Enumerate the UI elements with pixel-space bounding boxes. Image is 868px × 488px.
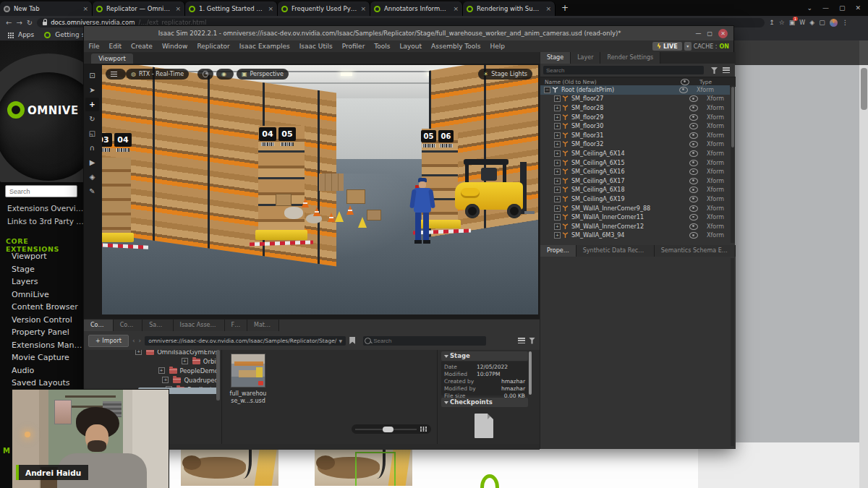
- stage-row[interactable]: +SM_floor27Xform: [540, 95, 730, 104]
- expand-toggle-icon[interactable]: +: [182, 358, 188, 364]
- stage-section-header[interactable]: Stage: [441, 351, 528, 361]
- sidebar-item-omnilive[interactable]: OmniLive: [12, 288, 84, 301]
- menu-replicator[interactable]: Replicator: [192, 43, 234, 50]
- sidebar-item-movie-capture[interactable]: Movie Capture: [12, 351, 84, 364]
- stage-row[interactable]: +SM_floor28Xform: [540, 103, 730, 113]
- menu-edit[interactable]: Edit: [104, 43, 126, 50]
- cursor-icon[interactable]: ➤: [85, 83, 99, 97]
- renderer-selector[interactable]: ◍ RTX - Real-Time: [126, 69, 189, 80]
- tab-console[interactable]: Console: [114, 320, 143, 331]
- window-close-icon[interactable]: ✕: [718, 29, 728, 38]
- property-scrollbar[interactable]: [731, 258, 734, 446]
- slider-track[interactable]: [355, 429, 417, 430]
- capture-button[interactable]: ◉: [216, 69, 234, 80]
- frame-select-icon[interactable]: ⊡: [85, 69, 99, 82]
- browser-tab[interactable]: Annotators Information×: [370, 1, 463, 16]
- visibility-eye-icon[interactable]: [689, 150, 698, 157]
- stage-row[interactable]: +SM_CeilingA_6X16Xform: [540, 167, 730, 176]
- stage-row[interactable]: +SM_WallA_InnerCorner11Xform: [540, 213, 730, 222]
- visibility-eye-icon[interactable]: [689, 196, 698, 202]
- browser-menu-chevron-icon[interactable]: ⌄: [807, 4, 812, 12]
- tab-render-settings[interactable]: Render Settings: [600, 52, 660, 64]
- stage-row[interactable]: +SM_WallA_6M3_94Xform: [540, 231, 730, 241]
- rotate-icon[interactable]: ↻: [85, 112, 99, 126]
- content-search-input[interactable]: [363, 336, 486, 346]
- sidebar-item-property-panel[interactable]: Property Panel: [12, 326, 84, 339]
- tab-viewport[interactable]: Viewport: [91, 53, 133, 64]
- visibility-eye-icon[interactable]: [689, 232, 698, 239]
- paint-icon[interactable]: ✎: [85, 184, 99, 198]
- visibility-eye-icon[interactable]: [689, 205, 698, 212]
- move-icon[interactable]: +: [85, 98, 99, 111]
- column-name[interactable]: Name (Old to New): [540, 79, 681, 85]
- browser-maximize-icon[interactable]: ▢: [839, 4, 846, 12]
- expand-toggle-icon[interactable]: +: [554, 187, 561, 193]
- thumbnail-size-slider[interactable]: [352, 424, 431, 434]
- expand-toggle-icon[interactable]: +: [554, 196, 561, 202]
- menu-tools[interactable]: Tools: [370, 43, 395, 50]
- menu-help[interactable]: Help: [485, 43, 510, 50]
- expand-toggle-icon[interactable]: +: [554, 223, 561, 230]
- tab-close-icon[interactable]: ×: [545, 5, 551, 12]
- expand-toggle-icon[interactable]: +: [554, 150, 561, 157]
- profile-avatar[interactable]: [830, 19, 838, 27]
- sidebar-item-content-browser[interactable]: Content Browser: [12, 301, 84, 314]
- sidebar-item-audio[interactable]: Audio: [12, 364, 84, 377]
- browser-close-icon[interactable]: ✕: [855, 4, 861, 12]
- sidepanel-icon[interactable]: ▢: [819, 19, 825, 26]
- tab-semantics-schema-editor[interactable]: Semantics Schema Editor: [655, 245, 736, 257]
- stage-row[interactable]: +SM_WallA_InnerCorner12Xform: [540, 222, 730, 231]
- sidebar-item-saved-layouts[interactable]: Saved Layouts: [12, 377, 84, 390]
- forward-chevron-icon[interactable]: ›: [139, 337, 142, 344]
- content-path-field[interactable]: omniverse://isaac-dev.ov.nvidia.com/Isaa…: [145, 336, 346, 346]
- reload-icon[interactable]: ↻: [27, 19, 33, 27]
- snap-icon[interactable]: ∩: [85, 141, 99, 155]
- visibility-eye-icon[interactable]: [689, 187, 698, 193]
- tab-close-icon[interactable]: ×: [175, 5, 181, 12]
- expand-toggle-icon[interactable]: +: [554, 105, 561, 111]
- stage-row[interactable]: +SM_CeilingA_6X19Xform: [540, 194, 730, 204]
- menu-file[interactable]: File: [84, 43, 104, 50]
- menu-isaac-utils[interactable]: Isaac Utils: [294, 43, 337, 50]
- stage-row[interactable]: +SM_CeilingA_6X14Xform: [540, 149, 730, 158]
- content-tree-row[interactable]: +PeopleDemo: [87, 366, 218, 375]
- stage-row[interactable]: +SM_CeilingA_6X17Xform: [540, 176, 730, 186]
- details-scrollbar[interactable]: [529, 351, 532, 395]
- live-button[interactable]: ϟ LIVE: [652, 42, 682, 51]
- sidebar-item-version-control[interactable]: Version Control: [12, 314, 84, 327]
- view-list-icon[interactable]: [518, 338, 525, 343]
- expand-toggle-icon[interactable]: +: [554, 114, 561, 121]
- visibility-eye-icon[interactable]: [679, 87, 688, 93]
- scrollbar-thumb[interactable]: [731, 87, 734, 147]
- stage-search-input[interactable]: [543, 66, 704, 74]
- stage-row[interactable]: +SM_CeilingA_6X15Xform: [540, 158, 730, 168]
- tab-samples[interactable]: Samples: [142, 320, 173, 331]
- back-chevron-icon[interactable]: ‹: [132, 337, 135, 344]
- expand-toggle-icon[interactable]: +: [162, 377, 169, 383]
- expand-toggle-icon[interactable]: +: [135, 350, 142, 355]
- expand-toggle-icon[interactable]: +: [554, 168, 561, 175]
- menu-create[interactable]: Create: [127, 43, 158, 50]
- live-dropdown-icon[interactable]: ▾: [684, 42, 692, 51]
- visibility-eye-icon[interactable]: [689, 178, 698, 184]
- sidebar-item-stage[interactable]: Stage: [12, 263, 84, 276]
- checkpoints-section-header[interactable]: Checkpoints: [441, 398, 528, 407]
- path-dropdown-icon[interactable]: ▼: [339, 336, 343, 346]
- docs-link-extensions-overview[interactable]: Extensions Overview: [7, 204, 84, 213]
- docs-link-3rd-party[interactable]: Links to 3rd Party Exte: [7, 217, 84, 226]
- window-minimize-icon[interactable]: —: [695, 30, 701, 37]
- stage-lights-button[interactable]: ☀ Stage Lights: [478, 69, 532, 80]
- tab-close-icon[interactable]: ×: [360, 5, 366, 12]
- expand-toggle-icon[interactable]: +: [554, 95, 561, 102]
- tree-scrollbar[interactable]: [216, 350, 220, 401]
- forward-icon[interactable]: →: [16, 19, 22, 27]
- bookmark-ribbon-icon[interactable]: [349, 337, 355, 344]
- visibility-eye-icon[interactable]: [689, 214, 698, 221]
- tab-flow[interactable]: Flow: [225, 320, 247, 331]
- bookmark-star-icon[interactable]: ☆: [779, 19, 785, 26]
- stage-row[interactable]: +SM_CeilingA_6X18Xform: [540, 186, 730, 195]
- extension-icon[interactable]: ▣1: [789, 19, 796, 26]
- visibility-eye-icon[interactable]: [689, 95, 698, 102]
- column-type[interactable]: Type: [699, 79, 736, 85]
- stage-row[interactable]: −Root (defaultPrim)Xform: [540, 85, 730, 95]
